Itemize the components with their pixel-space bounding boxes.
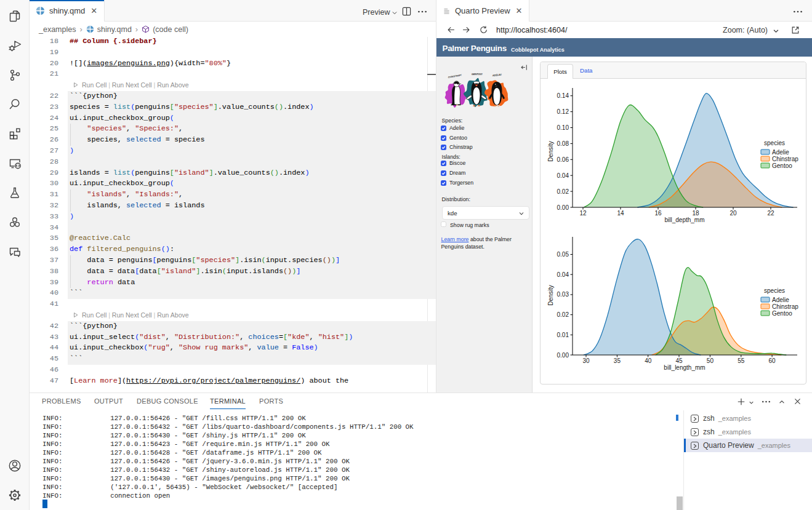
svg-text:Chinstrap: Chinstrap — [772, 156, 798, 162]
svg-text:30: 30 — [582, 357, 590, 364]
svg-text:Adelie: Adelie — [772, 297, 789, 303]
svg-text:Gentoo: Gentoo — [772, 310, 792, 317]
svg-text:14: 14 — [617, 210, 624, 217]
svg-text:bill_depth_mm: bill_depth_mm — [664, 217, 704, 223]
svg-text:Gentoo: Gentoo — [772, 162, 792, 169]
svg-text:45: 45 — [675, 357, 683, 364]
svg-text:22: 22 — [767, 210, 774, 217]
svg-text:0.14: 0.14 — [557, 92, 569, 99]
svg-text:20: 20 — [730, 210, 737, 217]
svg-text:CHINSTRAP!: CHINSTRAP! — [448, 74, 462, 79]
svg-text:0.08: 0.08 — [557, 140, 569, 147]
svg-text:ADÉLIE!: ADÉLIE! — [492, 73, 502, 77]
svg-text:Density: Density — [547, 285, 554, 305]
svg-text:60: 60 — [769, 357, 776, 364]
svg-text:16: 16 — [654, 210, 662, 217]
svg-text:35: 35 — [614, 357, 621, 364]
svg-text:0.10: 0.10 — [557, 124, 569, 131]
svg-text:0.03: 0.03 — [557, 291, 569, 298]
svg-text:0.00: 0.00 — [557, 204, 569, 211]
svg-text:0.02: 0.02 — [557, 311, 569, 318]
svg-text:0.06: 0.06 — [557, 156, 569, 163]
svg-text:species: species — [764, 140, 785, 146]
svg-text:0.01: 0.01 — [557, 332, 569, 338]
svg-text:0.04: 0.04 — [557, 271, 569, 278]
svg-text:18: 18 — [692, 210, 699, 217]
svg-text:GENTOO!: GENTOO! — [472, 73, 483, 76]
svg-text:0.02: 0.02 — [557, 188, 569, 195]
svg-text:40: 40 — [645, 357, 652, 364]
svg-text:Density: Density — [547, 141, 554, 161]
svg-text:12: 12 — [579, 210, 587, 217]
svg-text:0.04: 0.04 — [557, 172, 569, 179]
svg-text:0.12: 0.12 — [557, 108, 569, 115]
svg-text:Chinstrap: Chinstrap — [772, 303, 798, 310]
svg-text:bill_length_mm: bill_length_mm — [664, 364, 705, 371]
svg-text:species: species — [764, 287, 785, 294]
svg-text:55: 55 — [738, 357, 745, 364]
svg-text:0.05: 0.05 — [557, 251, 569, 258]
svg-text:Adelie: Adelie — [772, 149, 789, 156]
svg-text:0.00: 0.00 — [557, 352, 569, 359]
svg-text:50: 50 — [707, 357, 714, 364]
